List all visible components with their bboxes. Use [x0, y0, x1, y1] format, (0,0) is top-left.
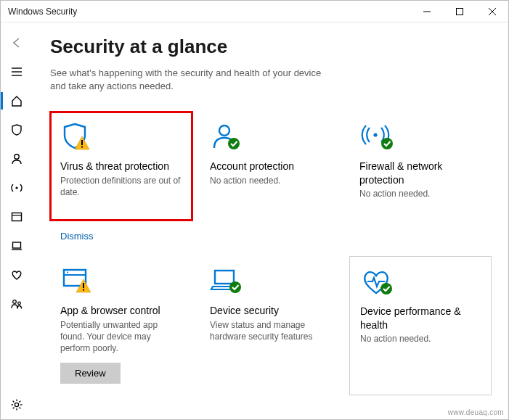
sidebar-item-virus[interactable] — [1, 115, 33, 144]
svg-point-13 — [13, 300, 17, 304]
svg-rect-9 — [12, 213, 22, 221]
card-subtitle: No action needed. — [360, 333, 481, 345]
laptop-icon — [10, 239, 23, 252]
card-device-security[interactable]: Device security View status and manage h… — [200, 256, 342, 395]
svg-line-23 — [13, 408, 15, 409]
card-account[interactable]: Account protection No action needed. — [200, 112, 342, 221]
family-icon — [10, 297, 23, 310]
card-firewall[interactable]: Firewall & network protection No action … — [349, 112, 492, 221]
svg-rect-24 — [81, 140, 83, 145]
shield-warning-icon — [60, 122, 182, 154]
card-title: Account protection — [210, 160, 332, 173]
svg-point-27 — [228, 138, 240, 149]
sidebar-item-device[interactable] — [1, 231, 33, 260]
svg-point-15 — [15, 403, 18, 406]
svg-line-21 — [20, 408, 21, 409]
cards-grid: Virus & threat protection Protection def… — [50, 112, 495, 395]
home-icon — [10, 94, 23, 107]
back-arrow-icon — [10, 36, 23, 49]
svg-point-8 — [15, 186, 17, 189]
gear-icon — [10, 398, 23, 411]
close-icon — [489, 8, 496, 15]
svg-rect-35 — [215, 271, 234, 284]
card-title: Firewall & network protection — [359, 160, 481, 186]
svg-point-14 — [18, 302, 21, 305]
sidebar — [1, 22, 33, 419]
svg-rect-25 — [81, 147, 83, 148]
sidebar-item-app[interactable] — [1, 202, 33, 231]
titlebar: Windows Security — [1, 1, 508, 22]
menu-button[interactable] — [1, 57, 33, 86]
browser-warning-icon — [60, 266, 182, 298]
card-performance[interactable]: Device performance & health No action ne… — [349, 256, 492, 395]
page-subtitle: See what's happening with the security a… — [50, 67, 326, 93]
svg-rect-33 — [83, 283, 84, 288]
dismiss-row: Dismiss — [50, 228, 492, 249]
browser-icon — [10, 210, 23, 223]
card-virus-threat[interactable]: Virus & threat protection Protection def… — [50, 112, 192, 221]
window-title: Windows Security — [8, 7, 77, 17]
svg-point-36 — [229, 281, 241, 293]
person-check-icon — [210, 122, 332, 154]
window-controls — [410, 1, 508, 22]
card-subtitle: View status and manage hardware security… — [210, 319, 332, 342]
card-title: Device performance & health — [360, 305, 481, 331]
card-app-browser[interactable]: App & browser control Potentially unwant… — [50, 256, 192, 395]
card-title: App & browser control — [60, 304, 182, 317]
svg-point-37 — [380, 283, 392, 295]
svg-point-29 — [381, 138, 393, 149]
sidebar-item-settings[interactable] — [1, 390, 33, 419]
card-subtitle: Protection definitions are out of date. — [60, 175, 182, 198]
maximize-button[interactable] — [443, 1, 476, 22]
dismiss-link[interactable]: Dismiss — [60, 231, 94, 242]
sidebar-item-family[interactable] — [1, 289, 33, 318]
minimize-icon — [423, 8, 431, 15]
hamburger-icon — [10, 65, 23, 78]
person-icon — [10, 152, 23, 165]
svg-line-22 — [20, 401, 21, 403]
shield-icon — [10, 123, 23, 136]
maximize-icon — [456, 8, 463, 15]
svg-point-26 — [219, 125, 229, 136]
back-button[interactable] — [1, 28, 33, 57]
svg-rect-11 — [13, 242, 21, 248]
heart-pulse-icon — [360, 267, 481, 299]
watermark: www.deuaq.com — [448, 408, 504, 416]
review-button[interactable]: Review — [60, 363, 121, 384]
card-subtitle: No action needed. — [359, 188, 481, 199]
sidebar-item-account[interactable] — [1, 144, 33, 173]
sidebar-item-home[interactable] — [1, 86, 33, 115]
card-subtitle: No action needed. — [210, 175, 332, 186]
laptop-check-icon — [210, 266, 332, 298]
heart-icon — [10, 268, 23, 281]
antenna-check-icon — [359, 122, 481, 154]
svg-point-28 — [373, 133, 377, 137]
svg-point-7 — [15, 155, 19, 159]
svg-rect-1 — [456, 8, 463, 15]
minimize-button[interactable] — [410, 1, 443, 22]
card-title: Virus & threat protection — [60, 160, 182, 173]
svg-line-20 — [13, 401, 15, 403]
sidebar-item-firewall[interactable] — [1, 173, 33, 202]
page-title: Security at a glance — [50, 36, 495, 58]
antenna-icon — [9, 181, 24, 194]
card-subtitle: Potentially unwanted app found. Your dev… — [60, 319, 182, 355]
main-content: Security at a glance See what's happenin… — [33, 22, 508, 419]
card-title: Device security — [210, 304, 332, 317]
sidebar-item-performance[interactable] — [1, 260, 33, 289]
svg-point-32 — [67, 272, 68, 273]
svg-rect-34 — [83, 289, 84, 291]
close-button[interactable] — [476, 1, 508, 22]
